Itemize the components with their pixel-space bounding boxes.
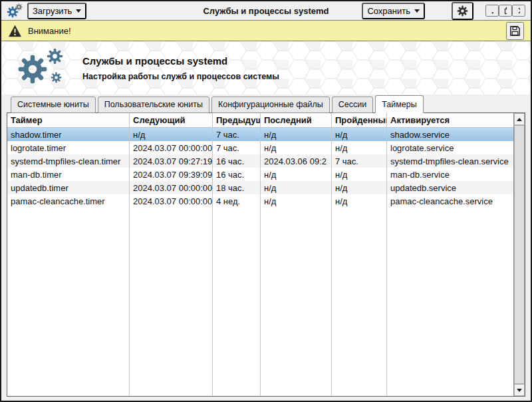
maximize-icon [504,7,507,15]
cell-passed: н/д [332,141,387,154]
tab-user-units[interactable]: Пользовательские юниты [98,97,209,113]
cell-next: 2024.03.07 09:27:19 [130,154,213,168]
tab-timers[interactable]: Таймеры [375,95,424,113]
app-gears-icon [7,3,23,18]
cell-activates: pamac-cleancache.service [387,194,513,208]
cell-passed: 7 час. [332,154,387,168]
column-header-activates[interactable]: Активируется [387,113,513,127]
save-file-button[interactable] [506,22,524,40]
settings-button[interactable] [452,2,473,20]
table-row[interactable]: shadow.timer н/д 7 час. н/д н/д shadow.s… [7,128,513,141]
arrow-up-icon [517,118,522,121]
cell-previous: 16 час. [213,154,261,168]
chevron-down-icon [414,9,420,13]
column-header-last[interactable]: Последний [261,113,332,127]
cell-timer: man-db.timer [7,168,130,181]
cell-last: 2024.03.06 09:2 [261,154,332,168]
maximize-button[interactable] [499,5,512,17]
load-button[interactable]: Загрузить [27,3,86,19]
load-button-label: Загрузить [33,6,72,16]
vertical-scrollbar[interactable] [513,113,525,396]
cell-previous: 4 нед. [213,194,261,208]
page-title: Службы и процессы systemd [82,55,279,67]
scrollbar-track[interactable] [514,125,525,384]
cell-last: н/д [261,181,332,194]
cell-activates: systemd-tmpfiles-clean.service [387,154,513,168]
cell-passed: н/д [332,128,387,141]
cell-timer: shadow.timer [7,128,130,141]
cell-passed: н/д [332,194,387,208]
tab-bar: Системные юниты Пользовательские юниты К… [1,95,531,112]
chevron-down-icon [76,9,81,13]
cell-previous: 16 час. [213,168,261,181]
page-header: Службы и процессы systemd Настройка рабо… [1,41,531,95]
warning-message: Внимание! [28,26,71,36]
table-empty-area [7,208,513,396]
cell-timer: updatedb.timer [7,181,130,194]
page-subtitle: Настройка работы служб и процессов систе… [82,72,279,81]
scrollbar-thumb[interactable] [514,125,525,384]
column-header-timer[interactable]: Таймер [7,113,130,127]
column-header-passed[interactable]: Пройденный [332,113,387,127]
cell-previous: 7 час. [213,141,261,154]
cell-timer: pamac-cleancache.timer [7,194,130,208]
column-header-previous[interactable]: Предыдущий [213,113,261,127]
tab-system-units[interactable]: Системные юниты [11,97,96,113]
warning-triangle-icon [8,25,22,37]
cell-timer: logrotate.timer [7,141,130,154]
close-button[interactable] [512,5,525,17]
scroll-up-button[interactable] [514,113,525,125]
app-logo-gears-icon [17,48,65,88]
table-row[interactable]: updatedb.timer 2024.03.07 00:00:00 18 ча… [7,181,513,194]
cell-passed: н/д [332,168,387,181]
cell-last: н/д [261,168,332,181]
scroll-down-button[interactable] [514,384,525,396]
gear-icon [457,5,468,17]
cell-next: н/д [130,128,213,141]
cell-last: н/д [261,194,332,208]
table-row[interactable]: logrotate.timer 2024.03.07 00:00:00 7 ча… [7,141,513,154]
warning-bar: Внимание! [1,20,531,41]
timers-table: Таймер Следующий Предыдущий Последний Пр… [7,112,525,397]
cell-activates: updatedb.service [387,181,513,194]
tab-sessions[interactable]: Сессии [332,97,373,113]
tab-config-files[interactable]: Конфигурационные файлы [211,97,330,113]
app-window: Загрузить Службы и процессы systemd Сохр… [0,0,532,402]
cell-timer: systemd-tmpfiles-clean.timer [7,154,130,168]
table-header-row: Таймер Следующий Предыдущий Последний Пр… [7,113,513,128]
window-title: Службы и процессы systemd [203,6,329,16]
cell-last: н/д [261,128,332,141]
table-row[interactable]: man-db.timer 2024.03.07 09:39:09 16 час.… [7,168,513,181]
titlebar: Загрузить Службы и процессы systemd Сохр… [1,1,531,20]
save-button[interactable]: Сохранить [362,3,425,19]
cell-next: 2024.03.07 00:00:00 [130,141,213,154]
cell-last: н/д [261,141,332,154]
column-header-next[interactable]: Следующий [130,113,213,127]
cell-previous: 7 час. [213,128,261,141]
cell-activates: shadow.service [387,128,513,141]
cell-next: 2024.03.07 09:39:09 [130,168,213,181]
cell-passed: н/д [332,181,387,194]
cell-activates: logrotate.service [387,141,513,154]
cell-activates: man-db.service [387,168,513,181]
minimize-button[interactable] [485,5,499,17]
cell-next: 2024.03.07 00:00:00 [130,194,213,208]
table-row[interactable]: systemd-tmpfiles-clean.timer 2024.03.07 … [7,154,513,168]
close-icon [517,7,520,15]
save-button-label: Сохранить [367,6,410,16]
table-row[interactable]: pamac-cleancache.timer 2024.03.07 00:00:… [7,194,513,208]
cell-next: 2024.03.07 00:00:00 [130,181,213,194]
cell-previous: 18 час. [213,181,261,194]
floppy-disk-icon [509,25,521,37]
minimize-icon [491,7,493,15]
arrow-down-icon [517,389,522,392]
